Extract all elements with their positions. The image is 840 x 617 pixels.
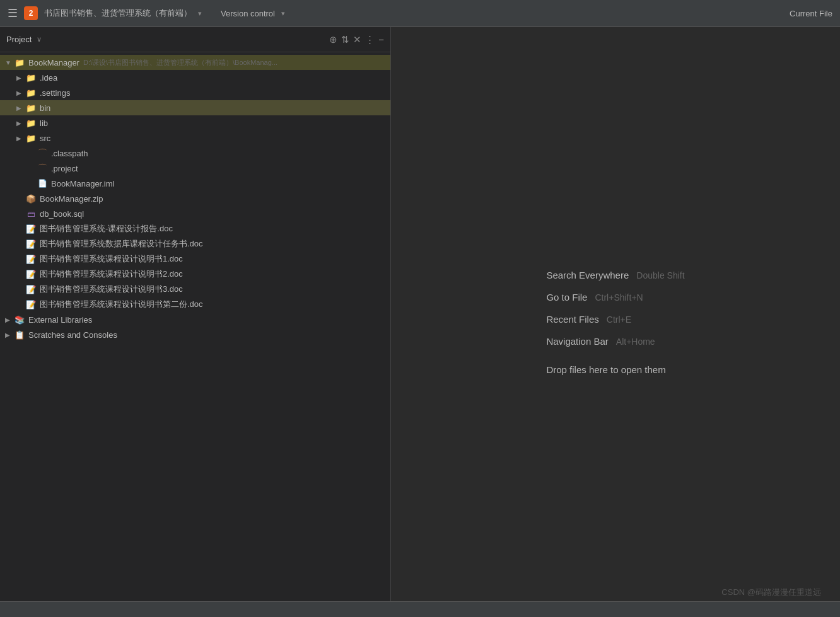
doc-icon: 📝 — [25, 223, 37, 234]
list-item[interactable]: ⌒ .project — [0, 161, 390, 176]
list-item[interactable]: ⌒ .classpath — [0, 146, 390, 161]
zip-icon: 📦 — [25, 193, 37, 204]
titlebar: ☰ 2 书店图书销售、进货管理系统（有前端） ▾ Version control… — [0, 0, 840, 27]
menu-icon[interactable]: ☰ — [8, 6, 18, 20]
doc-icon: 📝 — [25, 284, 37, 295]
project-dropdown-arrow[interactable]: ▾ — [198, 9, 202, 18]
root-folder-icon: 📁 — [14, 57, 25, 68]
arrow-lib: ▶ — [16, 120, 25, 127]
footer-text: CSDN @码路漫漫任重道远 — [721, 587, 821, 598]
version-control-button[interactable]: Version control — [221, 9, 275, 18]
ext-lib-icon: 📚 — [14, 314, 25, 325]
item-name: External Libraries — [28, 315, 92, 325]
arrow-idea: ▶ — [16, 74, 25, 81]
project-icon: ⌒ — [37, 163, 48, 174]
sidebar-title: Project — [6, 35, 32, 44]
list-item[interactable]: ▶ 📁 lib — [0, 115, 390, 130]
locate-icon[interactable]: ⊕ — [329, 34, 337, 45]
statusbar — [0, 601, 840, 617]
sidebar-chevron[interactable]: ∨ — [37, 35, 42, 43]
shortcut-label: Recent Files — [546, 314, 598, 325]
item-name: BookManager.zip — [40, 194, 103, 204]
arrow-src: ▶ — [16, 135, 25, 142]
shortcut-key: Double Shift — [636, 270, 684, 280]
shortcut-label: Go to File — [546, 292, 587, 303]
item-name: 图书销售管理系统课程设计说明书3.doc — [40, 284, 183, 295]
shortcut-row-nav: Navigation Bar Alt+Home — [546, 336, 655, 347]
shortcut-label: Navigation Bar — [546, 336, 608, 347]
folder-icon: 📁 — [25, 87, 37, 98]
list-item[interactable]: ▶ 📚 External Libraries — [0, 312, 390, 327]
item-name: Scratches and Consoles — [28, 330, 117, 340]
root-name: BookManager — [28, 58, 79, 67]
doc-icon: 📝 — [25, 253, 37, 265]
item-name: BookManager.iml — [51, 179, 114, 188]
more-icon[interactable]: ⋮ — [365, 34, 375, 45]
item-name: 图书销售管理系统-课程设计报告.doc — [40, 223, 173, 234]
item-name: .settings — [40, 88, 70, 98]
scratch-icon: 📋 — [14, 329, 25, 340]
folder-icon: 📁 — [25, 132, 37, 144]
scratch-arrow: ▶ — [5, 332, 14, 338]
item-name: lib — [40, 118, 48, 128]
shortcuts-panel: Search Everywhere Double Shift Go to Fil… — [546, 270, 684, 375]
shortcut-row-goto: Go to File Ctrl+Shift+N — [546, 292, 643, 303]
ext-lib-arrow: ▶ — [5, 316, 14, 323]
item-name: 图书销售管理系统课程设计说明书2.doc — [40, 268, 183, 280]
root-path: D:\课设\书店图书销售、进货管理系统（有前端）\BookManag... — [83, 58, 277, 67]
list-item[interactable]: 📦 BookManager.zip — [0, 191, 390, 206]
main-layout: Project ∨ ⊕ ⇅ ✕ ⋮ − ▼ 📁 BookManager D:\课… — [0, 27, 840, 617]
folder-icon: 📁 — [25, 72, 37, 83]
list-item[interactable]: 📝 图书销售管理系统课程设计说明书第二份.doc — [0, 297, 390, 312]
minimize-icon[interactable]: − — [378, 34, 384, 45]
current-file-label[interactable]: Current File — [790, 9, 832, 18]
drop-text: Drop files here to open them — [546, 364, 665, 375]
shortcut-row-recent: Recent Files Ctrl+E — [546, 314, 631, 325]
shortcut-key: Ctrl+Shift+N — [595, 292, 643, 303]
root-arrow: ▼ — [5, 59, 14, 66]
sidebar: Project ∨ ⊕ ⇅ ✕ ⋮ − ▼ 📁 BookManager D:\课… — [0, 27, 391, 617]
item-name: 图书销售管理系统数据库课程设计任务书.doc — [40, 238, 203, 250]
sql-icon: 🗃 — [25, 208, 37, 219]
list-item[interactable]: 🗃 db_book.sql — [0, 206, 390, 221]
list-item[interactable]: ▶ 📁 .idea — [0, 70, 390, 85]
project-name: 书店图书销售、进货管理系统（有前端） — [44, 8, 192, 19]
item-name: bin — [40, 103, 50, 113]
close-icon[interactable]: ✕ — [353, 34, 361, 45]
item-name: 图书销售管理系统课程设计说明书1.doc — [40, 253, 183, 265]
list-item[interactable]: 📝 图书销售管理系统-课程设计报告.doc — [0, 221, 390, 236]
list-item[interactable]: ▶ 📁 src — [0, 130, 390, 146]
version-control-arrow[interactable]: ▾ — [281, 9, 285, 18]
doc-icon: 📝 — [25, 299, 37, 310]
item-name: .classpath — [51, 149, 88, 158]
file-tree: ▼ 📁 BookManager D:\课设\书店图书销售、进货管理系统（有前端）… — [0, 52, 390, 611]
list-item[interactable]: 📝 图书销售管理系统课程设计说明书1.doc — [0, 251, 390, 267]
sidebar-toolbar: ⊕ ⇅ ✕ ⋮ − — [329, 34, 384, 45]
list-item[interactable]: ▶ 📁 .settings — [0, 85, 390, 100]
classpath-icon: ⌒ — [37, 147, 48, 159]
list-item[interactable]: 📄 BookManager.iml — [0, 176, 390, 191]
item-name: 图书销售管理系统课程设计说明书第二份.doc — [40, 299, 203, 310]
item-name: src — [40, 134, 50, 143]
doc-icon: 📝 — [25, 268, 37, 280]
scratches-item[interactable]: ▶ 📋 Scratches and Consoles — [0, 327, 390, 342]
shortcut-label: Search Everywhere — [546, 270, 629, 280]
list-item[interactable]: ▶ 📁 bin — [0, 100, 390, 115]
iml-icon: 📄 — [37, 178, 48, 189]
shortcut-row-search: Search Everywhere Double Shift — [546, 270, 684, 280]
folder-icon: 📁 — [25, 102, 37, 113]
list-item[interactable]: 📝 图书销售管理系统课程设计说明书3.doc — [0, 282, 390, 297]
item-name: .idea — [40, 73, 57, 83]
item-name: .project — [51, 164, 78, 173]
app-icon: 2 — [24, 6, 38, 20]
shortcut-key: Alt+Home — [616, 337, 655, 347]
list-item[interactable]: 📝 图书销售管理系统课程设计说明书2.doc — [0, 267, 390, 282]
shortcut-key: Ctrl+E — [607, 314, 631, 325]
doc-icon: 📝 — [25, 238, 37, 250]
list-item[interactable]: 📝 图书销售管理系统数据库课程设计任务书.doc — [0, 236, 390, 251]
folder-icon: 📁 — [25, 117, 37, 129]
shortcut-row-drop: Drop files here to open them — [546, 364, 665, 375]
arrow-settings: ▶ — [16, 89, 25, 96]
tree-root[interactable]: ▼ 📁 BookManager D:\课设\书店图书销售、进货管理系统（有前端）… — [0, 55, 390, 70]
sort-icon[interactable]: ⇅ — [341, 34, 349, 45]
